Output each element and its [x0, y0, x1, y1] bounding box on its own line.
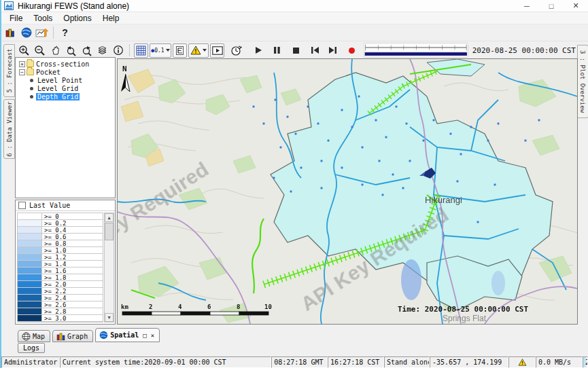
window-title: Hikurangi FEWS (Stand alone): [18, 1, 129, 11]
scroll-up-icon[interactable]: ▲: [105, 213, 114, 222]
wire-globe-icon: [22, 332, 31, 341]
sidebar-tab-plot-overview[interactable]: 3 : Plot Overview: [577, 45, 588, 118]
status-bar: Administrator Current system time:2020-0…: [1, 356, 588, 368]
scroll-thumb[interactable]: [105, 223, 114, 240]
timeline-date-label: 2020-08-25 00:00:00 CST: [472, 46, 576, 55]
last-value-checkbox[interactable]: [18, 202, 26, 209]
zoom-in-icon[interactable]: [17, 43, 31, 58]
map-time-label: Time: 2020-08-25 00:00:00 CST: [398, 305, 528, 314]
spatial-map[interactable]: API Key Required API Key Required Hikura…: [117, 58, 578, 325]
data-viewer-panel: + Cross-section − Pocket Level Point Lev…: [15, 57, 116, 325]
tree-item-cross-section[interactable]: + Cross-section: [18, 60, 115, 68]
legend-swatch: [18, 247, 42, 253]
legend-swatch: [18, 268, 42, 274]
zoom-out-icon[interactable]: [33, 43, 47, 58]
legend-row: >= 1.6: [18, 268, 103, 274]
panel-maximize-icon[interactable]: □: [143, 332, 146, 339]
scroll-down-icon[interactable]: ▼: [105, 313, 114, 322]
tab-spatial[interactable]: Spatial □ ✕: [95, 328, 160, 342]
legend-row: >= 2.2: [18, 288, 103, 295]
close-button[interactable]: ✕: [564, 0, 588, 12]
title-bar: Hikurangi FEWS (Stand alone) ─ □ ✕: [1, 0, 588, 12]
legend-swatch: [18, 254, 42, 260]
status-gmt-time: 08:27:18 GMT: [271, 356, 328, 368]
maximize-button[interactable]: □: [539, 0, 564, 12]
legend-row: >= 0.2: [18, 220, 103, 227]
legend-swatch: [18, 213, 42, 219]
legend-row: >= 0.4: [18, 227, 103, 234]
menu-file[interactable]: File: [4, 13, 28, 24]
timeline-slider[interactable]: [364, 43, 468, 58]
thresholds-dropdown[interactable]: [188, 43, 209, 58]
play-icon[interactable]: [251, 43, 265, 58]
time-navigator-icon[interactable]: [229, 43, 243, 58]
explorer-icon[interactable]: [3, 26, 18, 40]
warning-triangle-icon: [190, 45, 201, 55]
zoom-next-icon[interactable]: [80, 43, 94, 58]
legend-swatch: [18, 315, 42, 321]
leaf-bullet-icon: [30, 79, 33, 82]
spatial-display-icon[interactable]: [35, 26, 49, 40]
legend-row: >= 2.8: [18, 308, 103, 315]
legend-row: >= 1.8: [18, 274, 103, 281]
status-coordinates: -35.657 , 174.199: [430, 356, 508, 368]
status-warning[interactable]: [508, 356, 536, 368]
globe-map-icon[interactable]: [19, 26, 33, 40]
svg-text:10: 10: [264, 303, 272, 310]
tab-graph[interactable]: Graph: [52, 330, 93, 342]
legend-row: >= 2.6: [18, 301, 103, 308]
blue-globe-icon: [99, 331, 108, 339]
go-to-end-icon[interactable]: [326, 43, 340, 58]
help-icon[interactable]: ?: [58, 26, 72, 40]
info-icon[interactable]: [111, 43, 125, 58]
sidebar-tab-data-viewer[interactable]: 6 : Data Viewer: [3, 99, 15, 159]
layers-icon[interactable]: [95, 43, 109, 58]
svg-text:N: N: [122, 65, 127, 73]
folder-icon: [27, 69, 34, 75]
profile-display-icon[interactable]: [173, 43, 187, 58]
collapse-icon[interactable]: −: [19, 69, 25, 75]
leaf-bullet-icon: [30, 95, 33, 98]
grid-display-icon[interactable]: [134, 43, 148, 58]
tree-item-depth-grid[interactable]: Depth Grid: [18, 92, 115, 100]
expand-icon[interactable]: +: [19, 61, 25, 67]
legend-swatch: [18, 274, 42, 280]
status-mode: Stand alone: [384, 356, 430, 368]
stop-icon[interactable]: [289, 43, 303, 58]
tree-item-level-grid[interactable]: Level Grid: [18, 84, 115, 92]
logs-button[interactable]: Logs: [18, 343, 45, 353]
menu-tools[interactable]: Tools: [28, 13, 58, 24]
menu-options[interactable]: Options: [58, 13, 97, 24]
legend-swatch: [18, 261, 42, 267]
toolbar-separator: [53, 26, 54, 39]
legend-swatch: [18, 240, 42, 246]
status-memory: 2.5 GB: [583, 356, 588, 368]
legend-row: >= 0.8: [18, 240, 103, 247]
legend-table: >= 0 >= 0.2 >= 0.4 >= 0.6 >= 0.8 >= 1.0 …: [17, 213, 103, 323]
tree-item-level-point[interactable]: Level Point: [18, 76, 115, 84]
warning-triangle-icon: [518, 358, 527, 366]
zoom-previous-icon[interactable]: [64, 43, 78, 58]
leaf-bullet-icon: [30, 87, 33, 90]
legend-row: >= 2.0: [18, 281, 103, 288]
pause-icon[interactable]: [270, 43, 284, 58]
tab-map[interactable]: Map: [18, 330, 50, 342]
sidebar-tab-forecast[interactable]: 5 : Forecast: [3, 44, 15, 97]
go-to-start-icon[interactable]: [308, 43, 322, 58]
pan-hand-icon[interactable]: [48, 43, 63, 58]
dropdown-arrow-icon: [203, 49, 207, 52]
classifier-dropdown[interactable]: ●0.1: [150, 43, 171, 58]
dropdown-arrow-icon: [166, 49, 170, 52]
record-icon[interactable]: [345, 43, 359, 58]
layer-tree[interactable]: + Cross-section − Pocket Level Point Lev…: [15, 57, 116, 198]
tree-item-pocket[interactable]: − Pocket: [18, 68, 115, 76]
legend-swatch: [18, 295, 42, 301]
minimize-button[interactable]: ─: [515, 0, 539, 12]
legend-scrollbar[interactable]: ▲ ▼: [104, 213, 114, 323]
menu-help[interactable]: Help: [97, 13, 125, 24]
animation-player-icon[interactable]: [210, 43, 224, 58]
legend-swatch: [18, 288, 42, 294]
status-system-time: Current system time:2020-09-01 00:00 CST: [60, 356, 271, 368]
app-window: Hikurangi FEWS (Stand alone) ─ □ ✕ File …: [0, 0, 588, 368]
panel-close-icon[interactable]: ✕: [151, 332, 154, 339]
